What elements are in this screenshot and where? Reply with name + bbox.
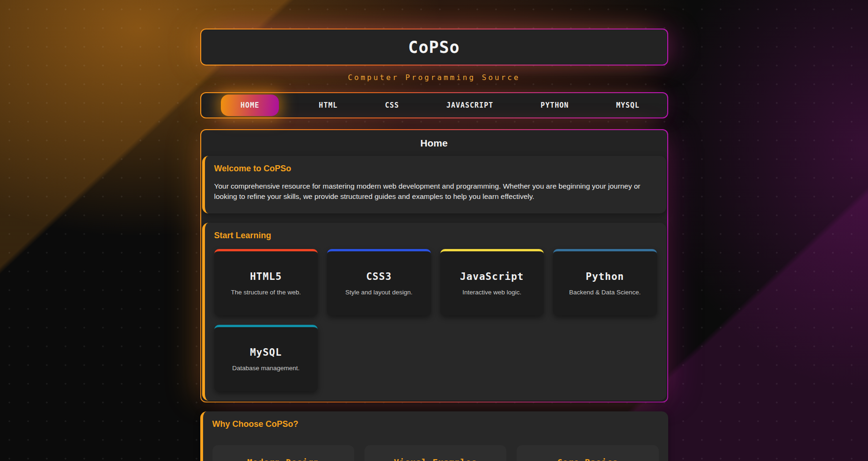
course-card-mysql[interactable]: MySQL Database management.: [214, 325, 318, 391]
site-subtitle: Computer Programming Source: [200, 73, 668, 82]
welcome-body: Your comprehensive resource for masterin…: [214, 181, 657, 202]
home-panel: Home Welcome to CoPSo Your comprehensive…: [200, 129, 668, 402]
content-column: CoPSo Computer Programming Source HOME H…: [200, 0, 668, 461]
feature-title: Visual Examples: [365, 457, 506, 461]
nav-tab-html[interactable]: HTML: [311, 95, 345, 116]
nav-tab-mysql[interactable]: MYSQL: [609, 95, 647, 116]
nav-tab-javascript[interactable]: JAVASCRIPT: [439, 95, 501, 116]
welcome-section: Welcome to CoPSo Your comprehensive reso…: [202, 156, 666, 213]
why-choose-heading: Why Choose CoPSo?: [212, 419, 659, 429]
feature-card-grid: Modern Design Visual Examples Core Basic…: [212, 445, 659, 461]
course-description: Database management.: [232, 365, 299, 372]
page: { "header": { "title": "CoPSo", "subtitl…: [0, 0, 868, 461]
feature-title: Modern Design: [212, 457, 354, 461]
site-title: CoPSo: [408, 38, 460, 57]
feature-card-modern-design: Modern Design: [212, 445, 354, 461]
page-title: Home: [202, 138, 666, 149]
feature-card-core-basics: Core Basics: [517, 445, 658, 461]
site-header: CoPSo: [200, 29, 668, 66]
course-card-javascript[interactable]: JavaScript Interactive web logic.: [440, 249, 544, 315]
main-nav: HOME HTML CSS JAVASCRIPT PYTHON MYSQL: [200, 92, 668, 118]
why-choose-section: Why Choose CoPSo? Modern Design Visual E…: [200, 411, 668, 461]
course-title: HTML5: [250, 271, 282, 282]
course-card-grid: HTML5 The structure of the web. CSS3 Sty…: [214, 249, 657, 391]
nav-tab-home[interactable]: HOME: [221, 95, 279, 116]
course-title: JavaScript: [460, 271, 524, 282]
course-title: MySQL: [250, 347, 282, 358]
feature-title: Core Basics: [517, 457, 658, 461]
course-card-html5[interactable]: HTML5 The structure of the web.: [214, 249, 318, 315]
start-learning-section: Start Learning HTML5 The structure of th…: [202, 223, 666, 401]
start-learning-heading: Start Learning: [214, 231, 657, 241]
course-card-css3[interactable]: CSS3 Style and layout design.: [327, 249, 431, 315]
course-title: Python: [586, 271, 624, 282]
nav-tab-css[interactable]: CSS: [378, 95, 407, 116]
course-description: Interactive web logic.: [462, 289, 521, 296]
feature-card-visual-examples: Visual Examples: [365, 445, 506, 461]
welcome-heading: Welcome to CoPSo: [214, 164, 657, 174]
course-title: CSS3: [366, 271, 392, 282]
course-description: The structure of the web.: [231, 289, 301, 296]
course-card-python[interactable]: Python Backend & Data Science.: [553, 249, 657, 315]
nav-tab-python[interactable]: PYTHON: [533, 95, 576, 116]
course-description: Style and layout design.: [345, 289, 412, 296]
course-description: Backend & Data Science.: [569, 289, 641, 296]
